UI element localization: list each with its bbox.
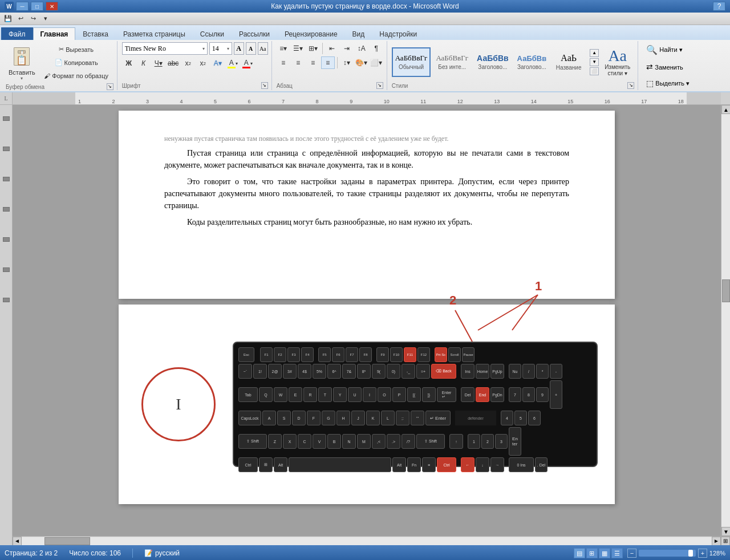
- zoom-slider[interactable]: [639, 550, 696, 557]
- svg-line-2: [478, 295, 538, 330]
- superscript-button[interactable]: x2: [196, 57, 210, 70]
- style-heading2[interactable]: АаБбВв Заголово...: [514, 47, 550, 77]
- scroll-up-button[interactable]: ▲: [721, 105, 730, 114]
- paragraph-group: ≡▾ ☰▾ ⊞▾ ⇤ ⇥ ↕A ¶ ≡ ≡ ≡ ≡ ↕▾ 🎨: [273, 41, 387, 90]
- spell-check[interactable]: 📝 русский: [144, 549, 180, 557]
- scroll-left-button[interactable]: ◄: [13, 537, 22, 546]
- ribbon: Файл Главная Вставка Разметка страницы С…: [0, 25, 730, 92]
- format-painter-button[interactable]: 🖌Формат по образцу: [39, 70, 113, 82]
- select-button[interactable]: ⬚ Выделить ▾: [644, 76, 692, 91]
- view-fullscreen-button[interactable]: ⊞: [586, 548, 598, 558]
- style-heading1[interactable]: АаБбВв Заголово...: [473, 47, 512, 77]
- zoom-out-button[interactable]: −: [627, 549, 636, 558]
- minimize-icon[interactable]: ─: [16, 2, 29, 11]
- tab-file[interactable]: Файл: [1, 27, 33, 40]
- zoom-in-button[interactable]: +: [698, 549, 707, 558]
- vertical-scrollbar[interactable]: ▲ ▼: [721, 105, 730, 536]
- numbering-button[interactable]: ☰▾: [291, 42, 305, 55]
- ruler: 123456789101112131415161718: [13, 92, 721, 104]
- tab-mailings[interactable]: Рассылки: [232, 27, 277, 40]
- document-page-1[interactable]: ненужная пустая страничка там появилась …: [119, 111, 615, 299]
- bold-button[interactable]: Ж: [122, 57, 136, 70]
- tab-review[interactable]: Рецензирование: [277, 27, 345, 40]
- styles-group: АаБбВвГг Обычный АаБбВвГг Без инте... Аа…: [388, 41, 639, 90]
- status-bar: Страница: 2 из 2 Число слов: 106 📝 русск…: [0, 545, 730, 560]
- styles-more[interactable]: ⬜: [590, 67, 599, 75]
- font-expand[interactable]: ↘: [261, 82, 268, 89]
- close-icon[interactable]: ✕: [46, 2, 58, 11]
- styles-scroll-down[interactable]: ▼: [590, 58, 599, 66]
- page-info-text: Страница: 2 из 2: [5, 549, 58, 557]
- subscript-button[interactable]: x2: [181, 57, 195, 70]
- font-name-value: Times New Ro: [125, 44, 166, 53]
- multilevel-button[interactable]: ⊞▾: [306, 42, 320, 55]
- font-size-increase[interactable]: A: [234, 42, 244, 55]
- tab-layout[interactable]: Разметка страницы: [116, 27, 193, 40]
- clipboard-expand[interactable]: ↘: [107, 83, 113, 90]
- scroll-down-button[interactable]: ▼: [721, 527, 730, 536]
- customize-qt-button[interactable]: ▾: [40, 14, 51, 24]
- select-label: Выделить ▾: [655, 80, 690, 87]
- style-no-spacing[interactable]: АаБбВвГг Без инте...: [432, 47, 472, 77]
- scroll-thumb[interactable]: [722, 279, 730, 302]
- document-page-2[interactable]: I Esc F1 F2 F3: [119, 305, 615, 504]
- replace-label: Заменить: [655, 64, 683, 71]
- help-button[interactable]: ?: [713, 2, 725, 11]
- shading-button[interactable]: 🎨▾: [355, 56, 368, 69]
- justify-button[interactable]: ≡: [321, 56, 335, 69]
- styles-expand[interactable]: ↘: [627, 82, 634, 89]
- ruler-corner[interactable]: L: [0, 92, 13, 105]
- bullets-button[interactable]: ≡▾: [277, 42, 290, 55]
- borders-button[interactable]: ⬜▾: [370, 56, 383, 69]
- tab-view[interactable]: Вид: [345, 27, 372, 40]
- window-title: Как удалить пустую страницу в ворде.docx…: [119, 2, 611, 10]
- strikethrough-button[interactable]: аbc: [167, 57, 180, 70]
- view-web-button[interactable]: ▦: [599, 548, 610, 558]
- style-title[interactable]: АаЬ Название: [551, 47, 586, 77]
- keyboard-image: Esc F1 F2 F3 F4 F5 F6 F7 F8: [233, 342, 598, 467]
- font-name-dropdown[interactable]: Times New Ro ▾: [122, 42, 208, 55]
- line-spacing-button[interactable]: ↕▾: [340, 56, 354, 69]
- h-scroll-thumb[interactable]: [44, 537, 90, 545]
- increase-indent-button[interactable]: ⇥: [340, 42, 354, 55]
- margin-mark-7: [3, 298, 10, 302]
- styles-scroll-up[interactable]: ▲: [590, 49, 599, 57]
- cut-button[interactable]: ✂Вырезать: [39, 43, 113, 56]
- align-center-button[interactable]: ≡: [291, 56, 305, 69]
- font-color-button[interactable]: А ▾: [241, 57, 254, 70]
- decrease-indent-button[interactable]: ⇤: [325, 42, 339, 55]
- find-button[interactable]: 🔍 Найти ▾: [644, 42, 684, 58]
- copy-button[interactable]: 📄Копировать: [39, 56, 113, 69]
- italic-button[interactable]: К: [137, 57, 151, 70]
- font-size-dropdown[interactable]: 14 ▾: [209, 42, 232, 55]
- clear-formatting-button[interactable]: Аа: [258, 42, 268, 55]
- left-margin-bar: [0, 105, 13, 545]
- maximize-icon[interactable]: □: [31, 2, 43, 11]
- view-print-button[interactable]: ▤: [574, 548, 585, 558]
- tab-addins[interactable]: Надстройки: [372, 27, 424, 40]
- highlight-button[interactable]: А ▾: [226, 57, 240, 70]
- redo-button[interactable]: ↪: [27, 14, 39, 24]
- text-effects-button[interactable]: А▾: [211, 57, 225, 70]
- document-area: ненужная пустая страничка там появилась …: [0, 105, 730, 545]
- sort-button[interactable]: ↕A: [355, 42, 368, 55]
- paste-button[interactable]: 📋 📋 Вставить ▾: [6, 42, 38, 83]
- replace-button[interactable]: ⇄ Заменить: [644, 60, 685, 74]
- tab-home[interactable]: Главная: [33, 27, 76, 40]
- change-style-button[interactable]: Аа Изменитьстили ▾: [601, 46, 634, 79]
- undo-button[interactable]: ↩: [15, 14, 26, 24]
- view-draft-button[interactable]: ☰: [611, 548, 623, 558]
- underline-button[interactable]: Ч▾: [152, 57, 165, 70]
- pages-container[interactable]: ненужная пустая страничка там появилась …: [13, 105, 721, 536]
- save-button[interactable]: 💾: [2, 14, 14, 24]
- tab-insert[interactable]: Вставка: [75, 27, 116, 40]
- paragraph-expand[interactable]: ↘: [376, 82, 383, 89]
- tab-references[interactable]: Ссылки: [193, 27, 232, 40]
- show-formatting-button[interactable]: ¶: [370, 42, 383, 55]
- align-right-button[interactable]: ≡: [306, 56, 320, 69]
- font-size-decrease[interactable]: A: [246, 42, 256, 55]
- align-left-button[interactable]: ≡: [277, 56, 290, 69]
- style-normal[interactable]: АаБбВвГг Обычный: [392, 47, 431, 77]
- page-info: Страница: 2 из 2: [5, 549, 58, 557]
- scroll-right-button[interactable]: ►: [712, 537, 721, 546]
